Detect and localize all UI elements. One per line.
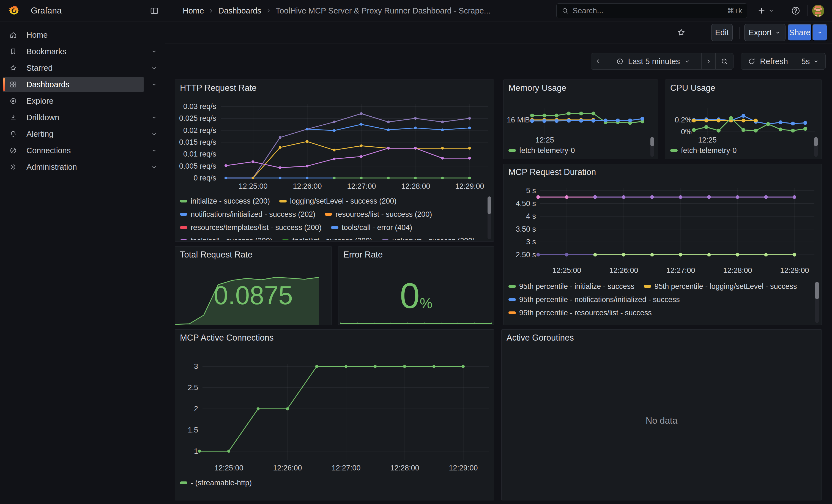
- breadcrumb: Home Dashboards ToolHive MCP Server & Pr…: [183, 0, 491, 22]
- legend-color-chip: [382, 239, 389, 240]
- panel-title[interactable]: MCP Request Duration: [509, 167, 596, 177]
- svg-text:12:25:00: 12:25:00: [238, 182, 267, 190]
- legend-item[interactable]: logging/setLevel - success (200): [279, 197, 396, 205]
- refresh-label: Refresh: [760, 57, 788, 66]
- chevron-down-icon[interactable]: [151, 81, 157, 88]
- panel-title[interactable]: Active Goroutines: [506, 333, 574, 343]
- legend-item[interactable]: 95th percentile - resources/templates/li…: [509, 322, 686, 323]
- legend-item[interactable]: 95th percentile - initialize - success: [509, 282, 634, 291]
- svg-text:12:27:00: 12:27:00: [332, 464, 360, 472]
- legend-item[interactable]: resources/list - success (200): [324, 210, 432, 218]
- edit-button[interactable]: Edit: [711, 24, 733, 41]
- zoom-out-icon: [721, 57, 728, 65]
- search-placeholder: Search...: [573, 6, 723, 15]
- legend-color-chip: [331, 226, 338, 229]
- sidebar-item-label: Alerting: [26, 130, 53, 139]
- legend-scrollbar-thumb[interactable]: [814, 137, 818, 147]
- legend-item[interactable]: resources/templates/list - success (200): [180, 223, 322, 232]
- chevron-down-icon[interactable]: [151, 131, 157, 137]
- svg-text:4 s: 4 s: [526, 212, 536, 220]
- legend-item[interactable]: 95th percentile - resources/list - succe…: [509, 309, 652, 317]
- sidebar-item-administration[interactable]: Administration: [0, 159, 165, 175]
- svg-text:1.5: 1.5: [188, 426, 198, 434]
- legend-scrollbar-thumb[interactable]: [650, 137, 654, 147]
- sidebar-item-explore[interactable]: Explore: [0, 93, 165, 109]
- svg-text:12:27:00: 12:27:00: [666, 266, 695, 274]
- divider: [704, 27, 704, 39]
- help-button[interactable]: [791, 0, 801, 22]
- chevron-down-icon[interactable]: [151, 65, 157, 71]
- legend-item[interactable]: unknown - success (200): [382, 237, 475, 240]
- legend: - (streamable-http): [180, 478, 482, 489]
- sidebar-item-bookmarks[interactable]: Bookmarks: [0, 43, 165, 60]
- sidebar-item-home[interactable]: Home: [0, 27, 165, 43]
- chevron-right-icon: [705, 58, 712, 65]
- no-data-message: No data: [501, 416, 822, 426]
- chevron-down-icon[interactable]: [151, 147, 157, 154]
- sidebar-item-label: Bookmarks: [26, 47, 66, 56]
- export-button[interactable]: Export: [744, 24, 785, 41]
- sidebar-item-alerting[interactable]: Alerting: [0, 126, 165, 142]
- legend-scrollbar-thumb[interactable]: [488, 196, 491, 214]
- panel-memory-usage: Memory Usage 16 MiB12:25 fetch-telemetry…: [503, 80, 658, 159]
- sidebar-item-drilldown[interactable]: Drilldown: [0, 109, 165, 126]
- svg-text:0.015 req/s: 0.015 req/s: [179, 138, 216, 147]
- share-menu-button[interactable]: [812, 24, 827, 41]
- time-range-picker[interactable]: Last 5 minutes: [605, 53, 702, 70]
- refresh-interval-picker[interactable]: 5s: [795, 53, 826, 70]
- svg-text:3.50 s: 3.50 s: [516, 225, 536, 233]
- legend-item[interactable]: tools/call - success (200): [180, 237, 272, 240]
- refresh-icon: [748, 57, 755, 65]
- legend-item[interactable]: fetch-telemetry-0: [670, 147, 737, 155]
- share-button[interactable]: Share: [788, 24, 812, 41]
- legend-item[interactable]: 95th percentile - logging/setLevel - suc…: [644, 282, 797, 291]
- legend-scrollbar-thumb[interactable]: [815, 282, 819, 299]
- sidebar-item-label: Explore: [26, 97, 53, 106]
- panel-title[interactable]: Error Rate: [343, 250, 383, 260]
- legend-item[interactable]: tools/call - error (404): [331, 223, 412, 232]
- panel-title[interactable]: CPU Usage: [670, 83, 716, 93]
- sidebar-toggle-icon[interactable]: [150, 6, 159, 16]
- divider: [782, 5, 782, 16]
- dashboards-icon: [9, 81, 17, 88]
- grafana-logo-icon[interactable]: [8, 4, 20, 17]
- sidebar-item-connections[interactable]: Connections: [0, 142, 165, 159]
- svg-text:2.50 s: 2.50 s: [516, 250, 536, 259]
- panel-title[interactable]: Memory Usage: [509, 83, 566, 93]
- panel-title[interactable]: Total Request Rate: [180, 250, 253, 260]
- legend-label: notifications/initialized - success (202…: [191, 210, 315, 218]
- sidebar-item-dashboards[interactable]: Dashboards: [0, 76, 165, 93]
- legend-item[interactable]: initialize - success (200): [180, 197, 270, 205]
- chevron-down-icon[interactable]: [151, 164, 157, 170]
- refresh-button[interactable]: Refresh: [740, 53, 795, 70]
- sidebar-item-starred[interactable]: Starred: [0, 60, 165, 76]
- legend-item[interactable]: notifications/initialized - success (202…: [180, 210, 315, 218]
- search-shortcut: ⌘+k: [727, 7, 742, 15]
- legend-label: unknown - success (200): [392, 237, 475, 240]
- chevron-down-icon[interactable]: [151, 114, 157, 121]
- legend-item[interactable]: - (streamable-http): [180, 479, 252, 487]
- panel-active-goroutines: Active Goroutines No data: [501, 329, 822, 500]
- breadcrumb-home[interactable]: Home: [183, 6, 204, 16]
- sidebar-item-label: Administration: [26, 163, 77, 172]
- svg-text:2: 2: [194, 405, 198, 413]
- legend-item[interactable]: 95th percentile - notifications/initiali…: [509, 295, 680, 304]
- legend-item[interactable]: fetch-telemetry-0: [509, 147, 575, 155]
- legend-color-chip: [180, 213, 187, 216]
- add-button[interactable]: [757, 0, 774, 22]
- breadcrumb-dashboards[interactable]: Dashboards: [218, 6, 261, 16]
- time-forward-button[interactable]: [701, 53, 716, 70]
- panel-title[interactable]: MCP Active Connections: [180, 333, 274, 343]
- avatar[interactable]: [812, 5, 824, 17]
- chevron-down-icon[interactable]: [151, 48, 157, 55]
- svg-text:12:25:00: 12:25:00: [552, 266, 581, 274]
- svg-text:3: 3: [194, 362, 198, 371]
- search-input[interactable]: Search... ⌘+k: [556, 3, 747, 18]
- legend-item[interactable]: tools/list - success (200): [282, 237, 372, 240]
- time-back-button[interactable]: [591, 53, 605, 70]
- plus-icon: [757, 6, 766, 15]
- favorite-star-icon[interactable]: [677, 28, 686, 37]
- legend-label: fetch-telemetry-0: [681, 147, 737, 155]
- panel-title[interactable]: HTTP Request Rate: [180, 83, 257, 93]
- zoom-out-button[interactable]: [716, 53, 733, 70]
